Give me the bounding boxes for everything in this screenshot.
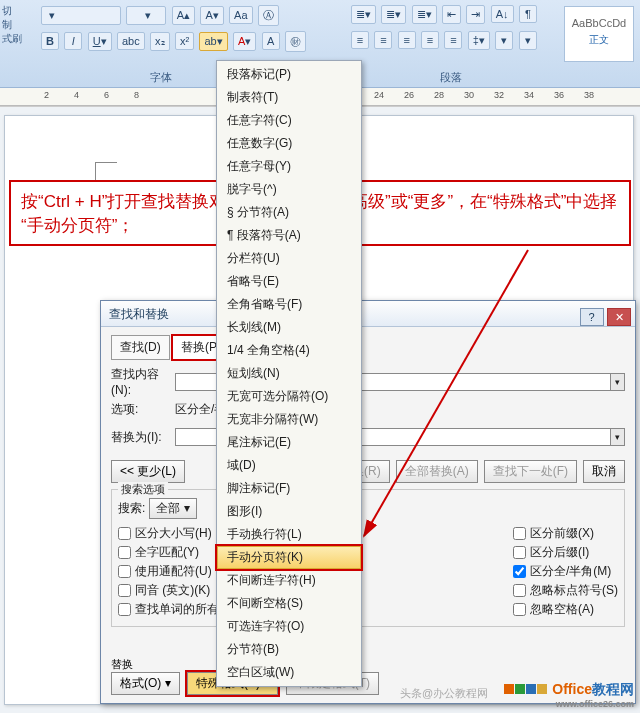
- char-shading[interactable]: A: [262, 32, 280, 50]
- menu-item-4[interactable]: 任意字母(Y): [217, 155, 361, 178]
- bold-btn[interactable]: B: [41, 32, 59, 50]
- align-right[interactable]: ≡: [398, 31, 416, 49]
- showmarks-btn[interactable]: ¶: [519, 5, 537, 23]
- multilevel-btn[interactable]: ≣▾: [412, 5, 437, 24]
- site-watermark: Office教程网 www.office26.com: [504, 681, 634, 709]
- group-font-label: 字体: [150, 70, 172, 85]
- highlight-btn[interactable]: ab▾: [199, 32, 227, 51]
- strike-btn[interactable]: abc: [117, 32, 145, 50]
- menu-item-16[interactable]: 尾注标记(E): [217, 431, 361, 454]
- style-normal[interactable]: AaBbCcDd 正文: [564, 6, 634, 62]
- enclose-btn[interactable]: ㊖: [285, 31, 306, 52]
- chk-suffix[interactable]: 区分后缀(I): [513, 544, 618, 561]
- menu-item-7[interactable]: ¶ 段落符号(A): [217, 224, 361, 247]
- menu-item-20[interactable]: 手动换行符(L): [217, 523, 361, 546]
- align-dist[interactable]: ≡: [444, 31, 462, 49]
- help-icon[interactable]: ?: [580, 308, 604, 326]
- font-name-dd[interactable]: ▾: [41, 6, 121, 25]
- dialog-titlebar: 查找和替换 ? ✕: [101, 301, 635, 327]
- menu-item-15[interactable]: 无宽非分隔符(W): [217, 408, 361, 431]
- menu-item-6[interactable]: § 分节符(A): [217, 201, 361, 224]
- font-size-dd[interactable]: ▾: [126, 6, 166, 25]
- menu-item-21[interactable]: 手动分页符(K): [217, 546, 361, 569]
- menu-item-13[interactable]: 短划线(N): [217, 362, 361, 385]
- menu-item-3[interactable]: 任意数字(G): [217, 132, 361, 155]
- search-direction-dd[interactable]: 全部 ▾: [149, 498, 196, 519]
- toutiao-watermark: 头条@办公教程网: [400, 686, 488, 701]
- bullets-btn[interactable]: ≣▾: [351, 5, 376, 24]
- shading-btn[interactable]: ▾: [495, 31, 513, 50]
- menu-item-26[interactable]: 空白区域(W): [217, 661, 361, 684]
- options-label: 选项:: [111, 401, 175, 418]
- italic-btn[interactable]: I: [64, 32, 82, 50]
- chk-ignore-punct[interactable]: 忽略标点符号(S): [513, 582, 618, 599]
- menu-item-1[interactable]: 制表符(T): [217, 86, 361, 109]
- menu-item-24[interactable]: 可选连字符(O): [217, 615, 361, 638]
- menu-item-5[interactable]: 脱字号(^): [217, 178, 361, 201]
- align-left[interactable]: ≡: [351, 31, 369, 49]
- menu-item-14[interactable]: 无宽可选分隔符(O): [217, 385, 361, 408]
- align-center[interactable]: ≡: [374, 31, 392, 49]
- change-case[interactable]: Aa: [229, 6, 252, 24]
- search-options-group: 搜索选项 搜索: 全部 ▾ 区分大小写(H) 全字匹配(Y) 使用通配符(U) …: [111, 489, 625, 627]
- sort-btn[interactable]: A↓: [491, 5, 514, 23]
- special-format-menu: 段落标记(P)制表符(T)任意字符(C)任意数字(G)任意字母(Y)脱字号(^)…: [216, 60, 362, 687]
- menu-item-22[interactable]: 不间断连字符(H): [217, 569, 361, 592]
- find-history-dd[interactable]: ▾: [611, 373, 625, 391]
- underline-btn[interactable]: U▾: [88, 32, 112, 51]
- replace-label: 替换为(I):: [111, 429, 175, 446]
- menu-item-17[interactable]: 域(D): [217, 454, 361, 477]
- shrink-font[interactable]: A▾: [200, 6, 223, 25]
- menu-item-18[interactable]: 脚注标记(F): [217, 477, 361, 500]
- less-button[interactable]: << 更少(L): [111, 460, 185, 483]
- replace-all-button[interactable]: 全部替换(A): [396, 460, 478, 483]
- group-para-label: 段落: [440, 70, 462, 85]
- chk-width[interactable]: 区分全/半角(M): [513, 563, 618, 580]
- find-label: 查找内容(N):: [111, 366, 175, 397]
- dialog-tabs: 查找(D) 替换(P) 定位(G): [111, 335, 625, 360]
- chk-ignore-space[interactable]: 忽略空格(A): [513, 601, 618, 618]
- clear-fmt[interactable]: Ⓐ: [258, 5, 279, 26]
- menu-item-19[interactable]: 图形(I): [217, 500, 361, 523]
- menu-item-0[interactable]: 段落标记(P): [217, 63, 361, 86]
- menu-item-25[interactable]: 分节符(B): [217, 638, 361, 661]
- numbering-btn[interactable]: ≣▾: [381, 5, 406, 24]
- menu-item-23[interactable]: 不间断空格(S): [217, 592, 361, 615]
- dedent-btn[interactable]: ⇤: [442, 5, 461, 24]
- cancel-button[interactable]: 取消: [583, 460, 625, 483]
- sub-btn[interactable]: x₂: [150, 32, 170, 51]
- replace-group-label: 替换: [111, 658, 133, 670]
- line-spacing[interactable]: ‡▾: [468, 31, 490, 50]
- font-color-btn[interactable]: A▾: [233, 32, 256, 51]
- chk-prefix[interactable]: 区分前缀(X): [513, 525, 618, 542]
- find-next-button[interactable]: 查找下一处(F): [484, 460, 577, 483]
- ribbon-copy[interactable]: 制: [2, 18, 22, 32]
- tab-find[interactable]: 查找(D): [111, 335, 170, 360]
- menu-item-9[interactable]: 省略号(E): [217, 270, 361, 293]
- search-options-title: 搜索选项: [118, 482, 168, 497]
- grow-font[interactable]: A▴: [172, 6, 195, 25]
- close-icon[interactable]: ✕: [607, 308, 631, 326]
- sup-btn[interactable]: x²: [175, 32, 194, 50]
- menu-item-12[interactable]: 1/4 全角空格(4): [217, 339, 361, 362]
- ribbon-painter[interactable]: 式刷: [2, 32, 22, 46]
- menu-item-2[interactable]: 任意字符(C): [217, 109, 361, 132]
- borders-btn[interactable]: ▾: [519, 31, 537, 50]
- menu-item-10[interactable]: 全角省略号(F): [217, 293, 361, 316]
- menu-item-8[interactable]: 分栏符(U): [217, 247, 361, 270]
- search-dir-label: 搜索:: [118, 500, 145, 517]
- ribbon-cut[interactable]: 切: [2, 4, 22, 18]
- dialog-title: 查找和替换: [109, 307, 169, 321]
- find-replace-dialog: 查找和替换 ? ✕ 查找(D) 替换(P) 定位(G) 查找内容(N): ▾ 选…: [100, 300, 636, 704]
- indent-btn[interactable]: ⇥: [466, 5, 485, 24]
- align-justify[interactable]: ≡: [421, 31, 439, 49]
- replace-history-dd[interactable]: ▾: [611, 428, 625, 446]
- format-button[interactable]: 格式(O) ▾: [111, 672, 180, 695]
- menu-item-11[interactable]: 长划线(M): [217, 316, 361, 339]
